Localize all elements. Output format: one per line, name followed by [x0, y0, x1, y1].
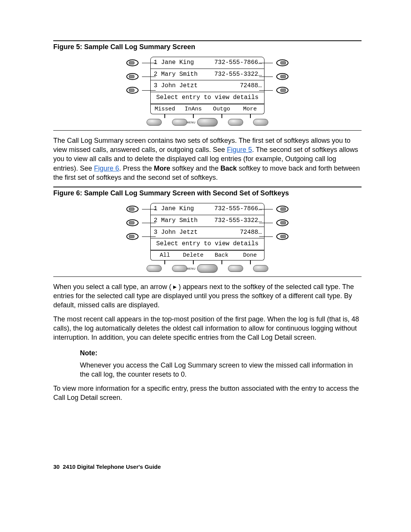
softkey-button-3[interactable]	[228, 265, 243, 272]
line-button-right-1[interactable]	[259, 58, 289, 68]
rule	[53, 276, 362, 277]
svg-rect-19	[280, 208, 286, 211]
softkey-button-2[interactable]	[172, 265, 187, 272]
svg-rect-7	[280, 61, 286, 64]
paragraph-1: The Call Log Summary screen contains two…	[53, 136, 362, 182]
rule	[53, 187, 362, 187]
phone-screen: 1 Jane King 732-555-7866… 2 Mary Smith 7…	[150, 57, 264, 104]
right-line-buttons	[259, 204, 289, 242]
paragraph-4: To view more information for a specific …	[53, 384, 362, 403]
softkey-delete[interactable]: Delete	[179, 251, 208, 260]
figure6-diagram: 1 Jane King 732-555-7866… 2 Mary Smith 7…	[127, 203, 287, 272]
doc-title: 2410 Digital Telephone User's Guide	[63, 463, 161, 470]
svg-rect-21	[280, 221, 286, 224]
log-entry-3: 3 John Jetzt 72488…	[151, 80, 264, 92]
figure5-caption: Figure 5: Sample Call Log Summary Screen	[53, 42, 362, 51]
softkey-button-1[interactable]	[147, 265, 162, 272]
softkey-button-4[interactable]	[253, 265, 268, 272]
note-label: Note:	[80, 348, 362, 358]
link-figure5[interactable]: Figure 5	[227, 146, 252, 153]
screen-hint: Select entry to view details	[151, 92, 264, 104]
menu-label: MENU	[187, 121, 196, 124]
line-button-right-3[interactable]	[259, 231, 289, 242]
line-button-left-3[interactable]	[126, 231, 156, 242]
line-button-left-2[interactable]	[126, 71, 156, 82]
log-entry-3: 3 John Jetzt 72488…	[151, 227, 264, 239]
softkey-buttons: MENU	[147, 264, 268, 273]
right-line-buttons	[259, 58, 289, 96]
rule	[53, 40, 362, 41]
svg-rect-9	[280, 75, 286, 78]
softkey-button-4[interactable]	[253, 119, 268, 126]
log-entry-2: 2 Mary Smith 732-555-3322…	[151, 69, 264, 81]
softkey-outgo[interactable]: Outgo	[207, 104, 236, 114]
note-body: Whenever you access the Call Log Summary…	[80, 361, 362, 379]
softkey-button-1[interactable]	[147, 119, 162, 126]
paragraph-3: The most recent call appears in the top-…	[53, 315, 362, 342]
svg-rect-5	[129, 89, 134, 92]
rule	[53, 130, 362, 131]
softkey-all[interactable]: All	[151, 251, 179, 260]
page-footer: 30 2410 Digital Telephone User's Guide	[53, 463, 362, 471]
log-entry-1: 1 Jane King 732-555-7866…	[151, 203, 264, 215]
line-button-left-1[interactable]	[126, 58, 156, 68]
softkey-missed[interactable]: Missed	[151, 104, 179, 114]
menu-button[interactable]: MENU	[197, 118, 218, 126]
svg-rect-1	[129, 61, 134, 64]
line-button-left-1[interactable]	[126, 204, 156, 214]
softkey-inans[interactable]: InAns	[179, 104, 208, 114]
line-button-right-2[interactable]	[259, 71, 289, 82]
log-entry-1: 1 Jane King 732-555-7866…	[151, 57, 264, 69]
softkey-bar: All Delete Back Done	[150, 251, 264, 260]
left-line-buttons	[126, 58, 156, 96]
menu-button[interactable]: MENU	[197, 264, 218, 273]
menu-label: MENU	[187, 267, 196, 270]
phone-screen: 1 Jane King 732-555-7866… 2 Mary Smith 7…	[150, 203, 264, 250]
softkey-back[interactable]: Back	[207, 251, 236, 260]
link-figure6[interactable]: Figure 6	[94, 165, 119, 172]
line-button-right-2[interactable]	[259, 217, 289, 228]
figure6-caption: Figure 6: Sample Call Log Summary Screen…	[53, 189, 362, 198]
svg-rect-15	[129, 221, 134, 224]
line-button-right-1[interactable]	[259, 204, 289, 214]
softkey-button-3[interactable]	[228, 119, 243, 126]
figure5-diagram: 1 Jane King 732-555-7866… 2 Mary Smith 7…	[127, 57, 287, 126]
svg-rect-13	[129, 208, 134, 211]
paragraph-2: When you select a call type, an arrow ( …	[53, 282, 362, 310]
left-line-buttons	[126, 204, 156, 242]
line-button-left-3[interactable]	[126, 85, 156, 96]
softkey-more[interactable]: More	[236, 104, 264, 114]
svg-rect-3	[129, 75, 134, 78]
line-button-right-3[interactable]	[259, 85, 289, 96]
svg-rect-17	[129, 235, 134, 238]
line-button-left-2[interactable]	[126, 217, 156, 228]
log-entry-2: 2 Mary Smith 732-555-3322…	[151, 215, 264, 227]
softkey-button-2[interactable]	[172, 119, 187, 126]
screen-hint: Select entry to view details	[151, 238, 264, 250]
page-number: 30	[53, 463, 60, 470]
svg-rect-23	[280, 235, 286, 238]
softkey-buttons: MENU	[147, 118, 268, 126]
softkey-done[interactable]: Done	[236, 251, 264, 260]
softkey-bar: Missed InAns Outgo More	[150, 104, 264, 114]
svg-rect-11	[280, 89, 286, 92]
